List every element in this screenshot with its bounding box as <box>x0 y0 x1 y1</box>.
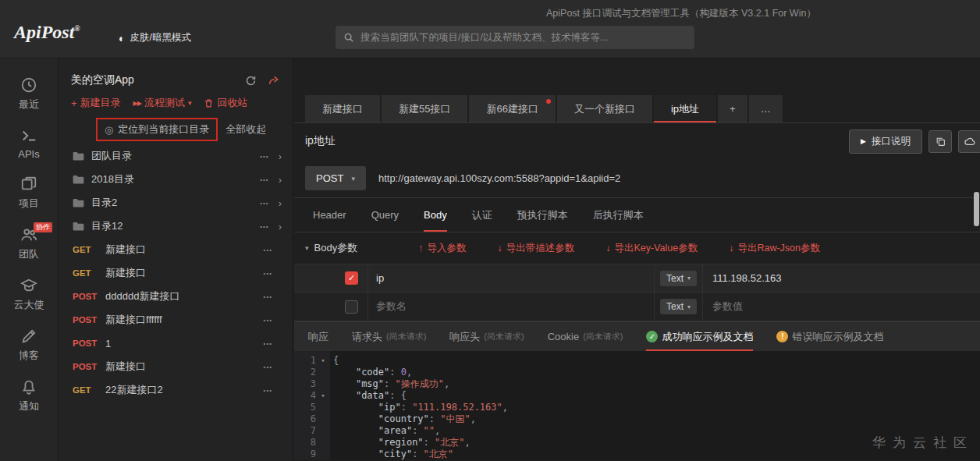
param-value-input[interactable]: 参数值 <box>712 300 743 314</box>
api-name: 22新建接口2 <box>105 383 264 397</box>
tab-error-example[interactable]: !错误响应示例及文档 <box>776 322 883 351</box>
recycle-bin-button[interactable]: 回收站 <box>204 96 247 110</box>
export-desc-link[interactable]: ↓导出带描述参数 <box>497 242 574 255</box>
export-raw-link[interactable]: ↓导出Raw-Json参数 <box>729 242 820 255</box>
more-icon[interactable]: ••• <box>264 270 272 277</box>
tree-actions-bar: +新建目录 ▶▶流程测试▾ 回收站 <box>59 91 293 115</box>
tab-pre-script[interactable]: 预执行脚本 <box>517 198 568 232</box>
chevron-right-icon[interactable]: › <box>279 151 282 162</box>
new-folder-button[interactable]: +新建目录 <box>71 96 121 110</box>
more-icon[interactable]: ••• <box>264 363 272 371</box>
api-name: 新建接口 <box>105 266 264 280</box>
api-row[interactable]: POST 新建接口 ••• <box>59 355 293 378</box>
nav-team[interactable]: 协作 团队 <box>0 219 58 270</box>
api-row[interactable]: GET 新建接口 ••• <box>59 261 293 285</box>
more-icon[interactable]: ••• <box>260 153 268 160</box>
body-params-toggle[interactable]: ▾ Body参数 <box>305 241 357 255</box>
tabs-more-button[interactable]: … <box>749 95 783 122</box>
nav-label: 团队 <box>0 247 58 261</box>
param-name-input[interactable]: 参数名 <box>376 300 407 314</box>
locate-row: ◎ 定位到当前接口目录 全部收起 <box>59 115 293 144</box>
refresh-icon[interactable] <box>245 75 257 87</box>
nav-ambassador[interactable]: 云大使 <box>0 270 58 321</box>
tab-auth[interactable]: 认证 <box>472 198 492 232</box>
tab-item-unsaved[interactable]: 新66建接口 <box>469 95 555 122</box>
tab-header[interactable]: Header <box>313 198 346 232</box>
tab-item[interactable]: 又一个新接口 <box>557 95 652 122</box>
flow-test-button[interactable]: ▶▶流程测试▾ <box>133 96 192 110</box>
project-name[interactable]: 美的空调App <box>71 73 134 87</box>
method-label: POST <box>73 339 105 348</box>
nav-blog[interactable]: 博客 <box>0 321 58 371</box>
tab-request-headers[interactable]: 请求头(尚未请求) <box>352 322 426 351</box>
chevron-right-icon[interactable]: › <box>279 197 282 209</box>
api-row[interactable]: POST 1 ••• <box>59 332 293 355</box>
param-type-select[interactable]: Text▾ <box>660 299 697 314</box>
tab-item[interactable]: 新建接口 <box>305 95 380 122</box>
response-example-editor[interactable]: 1▾{2 "code": 0,3 "msg": "操作成功",4▾ "data"… <box>294 351 980 459</box>
method-label: GET <box>73 245 105 254</box>
api-row[interactable]: POST dddddd新建接口 ••• <box>59 285 293 308</box>
flow-test-label: 流程测试 <box>144 96 185 110</box>
nav-apis[interactable]: APIs <box>0 120 58 168</box>
folder-name: 团队目录 <box>91 149 260 163</box>
scrollbar-thumb[interactable] <box>974 192 979 226</box>
chevron-right-icon[interactable]: › <box>279 221 282 232</box>
param-type-value: Text <box>666 273 684 284</box>
cloud-save-button[interactable] <box>958 130 980 153</box>
global-search-input[interactable]: 搜索当前团队下的项目/接口/以及帮助文档、技术博客等... <box>336 26 694 49</box>
nav-notifications[interactable]: 通知 <box>0 371 58 422</box>
more-icon[interactable]: ••• <box>264 317 272 324</box>
more-icon[interactable]: ••• <box>260 223 268 230</box>
nav-projects[interactable]: 项目 <box>0 168 58 219</box>
copy-icon <box>936 137 946 147</box>
more-icon[interactable]: ••• <box>264 387 272 394</box>
api-row[interactable]: POST 新建接口ffffff ••• <box>59 308 293 332</box>
locate-current-button[interactable]: ◎ 定位到当前接口目录 <box>96 118 218 141</box>
tab-post-script[interactable]: 后执行脚本 <box>593 198 644 232</box>
export-desc-label: 导出带描述参数 <box>506 242 575 255</box>
url-input[interactable]: http://gateway.api.100szy.com:5588?appid… <box>378 172 620 184</box>
method-select[interactable]: POST ▾ <box>305 166 366 190</box>
tab-item-active[interactable]: ip地址 <box>654 95 716 122</box>
export-raw-label: 导出Raw-Json参数 <box>737 242 820 255</box>
param-name-input[interactable]: ip <box>376 272 384 284</box>
api-row[interactable]: GET 22新建接口2 ••• <box>59 378 293 402</box>
new-tab-button[interactable]: + <box>718 95 747 122</box>
export-kv-label: 导出Key-Value参数 <box>614 242 698 255</box>
more-icon[interactable]: ••• <box>264 340 272 347</box>
fast-forward-icon: ▶▶ <box>133 100 141 107</box>
more-icon[interactable]: ••• <box>260 176 268 183</box>
param-type-select[interactable]: Text▾ <box>660 271 697 286</box>
api-row[interactable]: GET 新建接口 ••• <box>59 238 293 261</box>
nav-recent[interactable]: 最近 <box>0 69 58 120</box>
api-doc-button[interactable]: ▶ 接口说明 <box>849 129 922 154</box>
folder-row[interactable]: 团队目录 ••• › <box>59 144 293 168</box>
folder-row[interactable]: 目录2 ••• › <box>59 191 293 215</box>
theme-toggle-button[interactable]: ◐ 皮肤/暗黑模式 <box>119 31 191 44</box>
export-kv-link[interactable]: ↓导出Key-Value参数 <box>605 242 698 255</box>
param-checkbox-unchecked[interactable] <box>345 300 358 314</box>
more-icon[interactable]: ••• <box>260 200 268 207</box>
folder-row[interactable]: 2018目录 ••• › <box>59 168 293 191</box>
import-params-link[interactable]: ↑导入参数 <box>418 242 466 255</box>
tab-query[interactable]: Query <box>371 198 399 232</box>
tab-body[interactable]: Body <box>424 198 447 232</box>
tab-cookie[interactable]: Cookie(尚未请求) <box>548 322 623 351</box>
more-icon[interactable]: ••• <box>264 293 272 300</box>
folder-row[interactable]: 目录12 ••• › <box>59 215 293 238</box>
param-checkbox-checked[interactable]: ✓ <box>345 271 358 285</box>
copy-button[interactable] <box>929 130 952 153</box>
collapse-all-button[interactable]: 全部收起 <box>225 122 266 137</box>
tab-success-example[interactable]: ✓成功响应示例及文档 <box>646 322 753 351</box>
more-icon[interactable]: ••• <box>264 246 272 254</box>
chevron-right-icon[interactable]: › <box>279 174 282 186</box>
tab-item[interactable]: 新建55接口 <box>382 95 467 122</box>
param-value-input[interactable]: 111.198.52.163 <box>712 272 781 284</box>
nav-label: APIs <box>0 148 58 160</box>
tab-response[interactable]: 响应 <box>308 322 328 351</box>
share-forward-icon[interactable] <box>268 74 280 87</box>
tab-response-headers[interactable]: 响应头(尚未请求) <box>449 322 524 351</box>
plus-icon: + <box>71 98 77 109</box>
apipost-window: ApiPost 接口调试与文档管理工具（构建版本 V3.2.1 For Win）… <box>0 0 980 461</box>
